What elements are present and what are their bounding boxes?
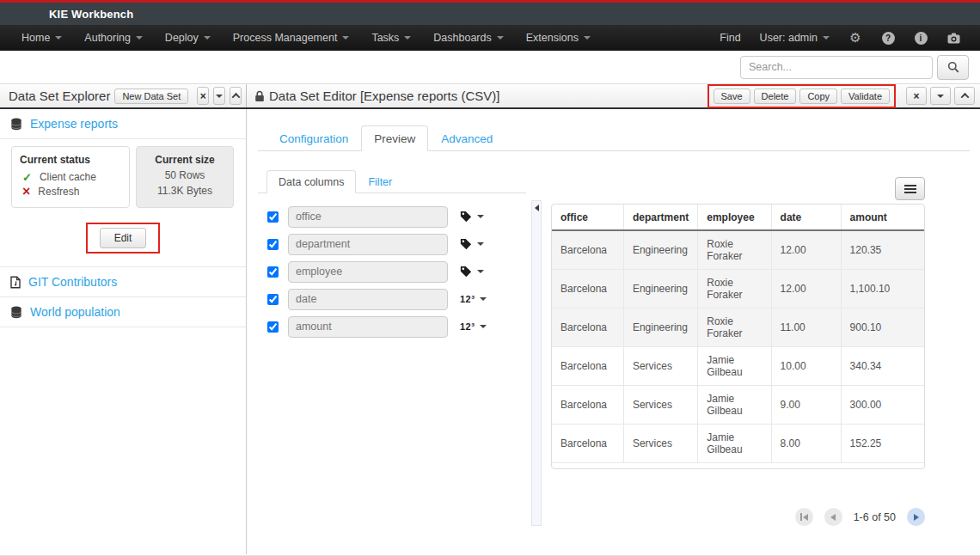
table-row[interactable]: Barcelona Services Jamie Gilbeau 8.00 15… [552,425,924,463]
table-row[interactable]: Barcelona Services Jamie Gilbeau 9.00 30… [552,386,924,425]
database-icon [10,306,22,319]
prev-page-icon [830,514,836,521]
collapse-panel-button[interactable] [230,87,242,105]
column-header[interactable]: amount [841,205,924,230]
first-page-button[interactable] [795,508,813,526]
about-button[interactable]: i [904,32,937,45]
column-type-dropdown[interactable]: 12³ [460,294,487,304]
dataset-item-label: Expense reports [30,117,118,131]
byte-size: 11.3K Bytes [140,185,230,197]
column-name-input[interactable] [288,316,448,338]
menu-authoring[interactable]: Authoring [73,25,154,51]
next-page-button[interactable] [907,508,925,526]
menu-deploy[interactable]: Deploy [154,25,222,51]
column-header[interactable]: department [623,205,697,230]
table-cell: 12.00 [771,270,841,309]
panel-splitter[interactable] [531,200,542,526]
menu-home[interactable]: Home [10,25,73,51]
help-button[interactable]: ? [872,32,904,45]
table-cell: 10.00 [771,347,841,386]
current-status-box: Current status ✓ Client cache × Resfresh [11,146,130,208]
table-row[interactable]: Barcelona Services Jamie Gilbeau 10.00 3… [552,347,924,386]
copy-button[interactable]: Copy [799,89,837,104]
validate-button[interactable]: Validate [841,89,890,104]
user-menu[interactable]: User: admin [750,32,839,44]
next-page-icon [914,514,919,521]
chevron-down-icon [136,36,143,40]
close-panel-button[interactable]: × [197,87,209,105]
dataset-item-label: World population [30,305,120,319]
tab-data-columns[interactable]: Data columns [266,170,356,193]
table-cell: Barcelona [552,347,623,386]
column-checkbox-amount[interactable] [267,321,279,333]
column-name-input[interactable] [288,289,448,310]
table-cell: Services [623,386,697,425]
column-name-input[interactable] [288,261,448,283]
column-row-department [267,233,526,255]
table-cell: Jamie Gilbeau [698,347,771,386]
column-header[interactable]: office [552,205,623,230]
column-name-input[interactable] [288,234,448,255]
close-editor-button[interactable]: × [906,87,927,105]
tab-advanced[interactable]: Advanced [428,125,505,151]
table-cell: Services [623,425,697,463]
settings-button[interactable]: ⚙ [839,32,872,45]
editor-menu-button[interactable] [930,87,951,105]
column-type-dropdown[interactable] [460,238,484,250]
close-icon: × [200,90,206,102]
table-row[interactable]: Barcelona Engineering Roxie Foraker 12.0… [552,230,924,270]
table-options-button[interactable] [895,177,925,200]
main-navbar: Home Authoring Deploy Process Management… [0,25,980,51]
menu-process-management[interactable]: Process Management [222,25,361,51]
table-cell: Barcelona [552,425,623,463]
collapse-editor-button[interactable] [954,87,975,105]
dataset-item-world-population[interactable]: World population [0,297,246,327]
columns-panel: Data columns Filter [258,170,526,526]
search-input[interactable] [740,56,933,79]
column-checkbox-date[interactable] [267,294,279,305]
prev-page-button[interactable] [824,508,842,526]
delete-button[interactable]: Delete [754,89,797,104]
dataset-item-git-contributors[interactable]: GIT Contributors [0,267,246,297]
caret-down-icon [477,215,484,218]
menu-extensions[interactable]: Extensions [515,25,602,51]
save-button[interactable]: Save [714,89,750,104]
column-type-dropdown[interactable] [460,211,484,223]
edit-area: Edit [0,223,246,254]
current-size-title: Current size [140,154,230,166]
tag-icon [460,266,472,278]
find-link[interactable]: Find [710,32,750,44]
editor-tabs: Configuration Preview Advanced [258,125,970,151]
tab-configuration[interactable]: Configuration [266,125,361,151]
table-row[interactable]: Barcelona Engineering Roxie Foraker 12.0… [552,270,924,309]
table-cell: Jamie Gilbeau [698,425,771,463]
chevron-down-icon [55,36,62,40]
column-header[interactable]: employee [698,205,771,230]
menu-tasks[interactable]: Tasks [360,25,422,51]
screenshot-button[interactable] [937,33,970,44]
column-checkbox-employee[interactable] [267,266,279,278]
column-checkbox-office[interactable] [267,211,279,223]
search-button[interactable] [937,55,969,80]
new-dataset-button[interactable]: New Data Set [114,89,188,104]
tab-preview[interactable]: Preview [361,125,428,151]
status-client-cache: ✓ Client cache [22,171,121,183]
current-status-title: Current status [20,154,121,166]
column-header[interactable]: date [771,205,841,230]
table-cell: 1,100.10 [841,270,924,309]
column-checkbox-department[interactable] [267,239,279,250]
menu-dashboards[interactable]: Dashboards [422,25,514,51]
tab-filter[interactable]: Filter [356,170,404,193]
preview-region: Data columns Filter [258,170,980,526]
column-type-dropdown[interactable] [460,266,484,278]
chevron-up-icon [960,93,969,101]
column-type-dropdown[interactable]: 12³ [460,321,487,332]
search-bar [0,51,980,84]
edit-button[interactable]: Edit [100,228,147,248]
list-menu-icon [904,188,916,190]
gear-icon: ⚙ [849,32,861,45]
panel-menu-button[interactable] [213,87,225,105]
table-row[interactable]: Barcelona Engineering Roxie Foraker 11.0… [552,309,924,347]
column-name-input[interactable] [288,206,448,228]
dataset-item-expense-reports[interactable]: Expense reports [0,109,246,139]
